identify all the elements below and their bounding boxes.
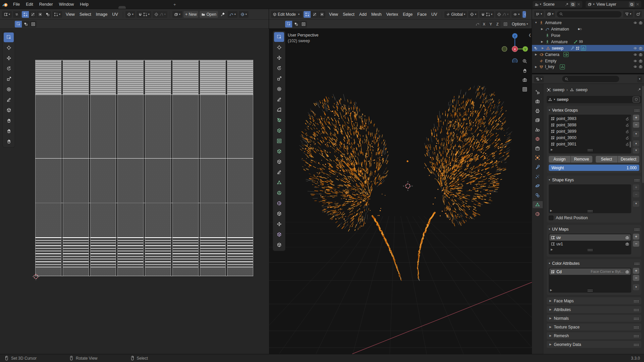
- uv-cursor-tool[interactable]: [4, 43, 14, 53]
- shape-key-specials-dropdown[interactable]: ▼: [633, 201, 639, 207]
- uv-grab-tool[interactable]: [4, 116, 14, 125]
- hide-eye-icon[interactable]: [633, 65, 637, 69]
- add-shape-key-button[interactable]: +: [633, 184, 639, 190]
- list-expander[interactable]: ▶: [550, 209, 552, 212]
- lock-open-icon[interactable]: [625, 117, 629, 121]
- collapsed-panel[interactable]: ▶ Face Maps: [547, 297, 641, 304]
- mirror-axis-toggle[interactable]: Z: [494, 21, 501, 27]
- tab-material[interactable]: [533, 210, 543, 218]
- uv-sticky-select-dropdown[interactable]: ▾: [52, 11, 62, 18]
- outliner-row-l-key[interactable]: ▶ l_key: [532, 64, 644, 69]
- lock-open-icon[interactable]: [625, 136, 629, 140]
- uv-canvas[interactable]: [0, 29, 269, 354]
- disable-render-icon[interactable]: [639, 53, 643, 57]
- list-expander[interactable]: ▶: [551, 148, 553, 151]
- outliner-row-animation[interactable]: ▶ Animation ◆◇: [538, 26, 644, 32]
- uv-rotate-tool[interactable]: [4, 64, 14, 73]
- select-box-tool[interactable]: [274, 32, 284, 42]
- rotate-tool[interactable]: [274, 63, 284, 73]
- point_3900[interactable]: point_3900: [549, 134, 631, 141]
- spin-tool[interactable]: [274, 188, 284, 198]
- blender-logo-icon[interactable]: [0, 2, 10, 7]
- uv-sync-selection-toggle[interactable]: [13, 11, 20, 18]
- pin-icon[interactable]: [565, 2, 569, 6]
- breadcrumb-object[interactable]: sweep: [553, 87, 565, 92]
- uv-rip-region-tool[interactable]: [4, 105, 14, 115]
- outliner-display-mode-dropdown[interactable]: ▾: [534, 11, 544, 17]
- collapsed-panel[interactable]: ▶ Texture Space: [547, 323, 641, 330]
- add-rest-position-checkbox[interactable]: [549, 216, 553, 220]
- list-scrollbar[interactable]: [630, 116, 631, 147]
- list-resize-grip[interactable]: [588, 248, 593, 251]
- remove-button[interactable]: Remove: [571, 156, 593, 163]
- mesh-name-field[interactable]: ▾ sweep: [547, 96, 641, 103]
- viewport-menu[interactable]: Add: [357, 12, 369, 17]
- active-render-icon[interactable]: [625, 236, 629, 240]
- color-attribute-row-cd[interactable]: Cd Face Corner ▸ Byt...: [549, 268, 631, 275]
- vp-select-subtract-button[interactable]: [300, 21, 307, 27]
- camera-view-icon[interactable]: [522, 77, 527, 82]
- loop-cut-tool[interactable]: [274, 157, 284, 167]
- uv-vertex-select-button[interactable]: [22, 11, 29, 18]
- lock-open-icon[interactable]: [625, 123, 629, 127]
- show-gizmo-dropdown[interactable]: ▾: [512, 11, 521, 18]
- uv-menu[interactable]: Image: [94, 12, 110, 17]
- new-view-layer-button[interactable]: ⧉: [629, 2, 635, 7]
- mirror-axis-toggle[interactable]: X: [481, 21, 487, 27]
- outliner-row-empty[interactable]: Empty: [532, 58, 644, 64]
- workspace-tab[interactable]: [111, 6, 118, 9]
- vertex-select-mode-button[interactable]: [304, 11, 311, 18]
- color-attributes-header[interactable]: ▾ Color Attributes: [549, 260, 639, 266]
- viewport-menu[interactable]: Mesh: [369, 12, 384, 17]
- drag-grip-icon[interactable]: [634, 109, 639, 112]
- outliner-row-camera[interactable]: ▶ Camera: [532, 51, 644, 58]
- rip-region-tool[interactable]: [274, 240, 284, 250]
- uv-scale-tool[interactable]: [4, 74, 14, 84]
- smooth-tool[interactable]: [274, 198, 284, 208]
- hide-eye-icon[interactable]: [633, 46, 637, 50]
- uv-snap-toggle[interactable]: ▾: [137, 11, 151, 18]
- vertex-groups-header[interactable]: ▾ Vertex Groups: [549, 107, 639, 113]
- pin-id-icon[interactable]: [637, 87, 641, 92]
- uv-pinch-tool[interactable]: [4, 136, 14, 146]
- delete-view-layer-button[interactable]: ✕: [636, 2, 639, 7]
- uv-menu[interactable]: UV: [110, 12, 120, 17]
- browse-image-button[interactable]: ▾: [172, 11, 182, 18]
- disable-render-icon[interactable]: [639, 65, 643, 69]
- outliner-filter-mode-dropdown[interactable]: ▾: [545, 11, 555, 17]
- workspace-tab[interactable]: [148, 6, 155, 9]
- move-tool[interactable]: [274, 53, 284, 63]
- uv-proportional-edit-toggle[interactable]: ▾: [153, 11, 167, 18]
- face-select-mode-button[interactable]: [318, 11, 325, 18]
- assign-button[interactable]: Assign: [549, 156, 571, 163]
- uv-move-tool[interactable]: [4, 53, 14, 63]
- vertex-group-specials-dropdown[interactable]: ▼: [633, 131, 639, 137]
- vp-select-new-button[interactable]: [285, 21, 292, 27]
- collapsed-panel[interactable]: ▶ Geometry Data: [547, 341, 641, 348]
- topbar-menu[interactable]: Render: [36, 0, 56, 9]
- remove-color-attribute-button[interactable]: −: [633, 275, 639, 281]
- inactive-render-icon[interactable]: [625, 242, 629, 246]
- hide-eye-icon[interactable]: [633, 59, 637, 63]
- pin-image-icon[interactable]: [220, 12, 225, 17]
- outliner-row-sweep[interactable]: ▶ sweep: [532, 45, 644, 51]
- active-render-icon[interactable]: [625, 270, 629, 274]
- properties-search-input[interactable]: [562, 76, 619, 82]
- lock-open-icon[interactable]: [625, 142, 629, 146]
- tab-output[interactable]: [533, 107, 543, 114]
- viewport-canvas[interactable]: User Perspective (102) sweep Z X Y ❮: [269, 28, 532, 354]
- uv-menu[interactable]: Select: [77, 12, 94, 17]
- weight-slider[interactable]: Weight 1.000: [549, 165, 639, 171]
- disable-render-icon[interactable]: [639, 21, 643, 25]
- hide-eye-icon[interactable]: [633, 53, 637, 57]
- orthographic-grid-icon[interactable]: [522, 87, 527, 92]
- tab-world[interactable]: [533, 135, 543, 142]
- uv-pivot-dropdown[interactable]: ▾: [125, 11, 135, 18]
- uv-maps-header[interactable]: ▾ UV Maps: [549, 226, 639, 232]
- list-expander[interactable]: ▶: [550, 289, 552, 292]
- list-resize-grip[interactable]: [588, 148, 593, 151]
- mode-dropdown[interactable]: Edit Mode ▾: [271, 11, 302, 18]
- mirror-axis-toggle[interactable]: Y: [488, 21, 494, 27]
- uv-overlays-dropdown[interactable]: ▾: [239, 11, 249, 18]
- viewport-menu[interactable]: UV: [429, 12, 439, 17]
